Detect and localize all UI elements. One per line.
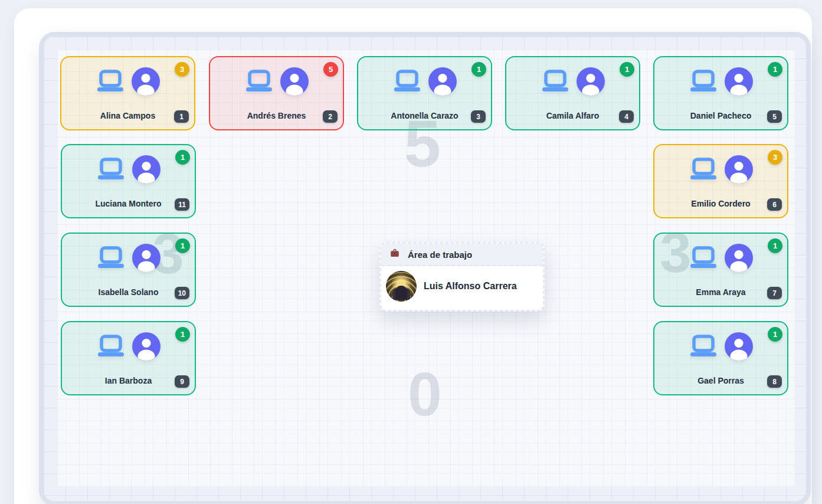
laptop-icon bbox=[392, 69, 422, 94]
floor-canvas[interactable]: 5330 Alina Campos 3 1 bbox=[44, 37, 806, 501]
desk-badge-count: 1 bbox=[768, 327, 782, 342]
desk-number: 5 bbox=[767, 110, 782, 123]
desk-number: 9 bbox=[175, 375, 189, 388]
workspace-occupant-row[interactable]: Luis Alfonso Carrera bbox=[381, 266, 543, 306]
desk-badge-count: 5 bbox=[323, 62, 338, 77]
person-icon bbox=[725, 67, 753, 96]
desk-badge-count: 3 bbox=[175, 62, 189, 77]
desk-icons bbox=[654, 155, 787, 184]
desk-card[interactable]: Isabella Solano 1 10 bbox=[61, 233, 196, 307]
briefcase-icon bbox=[389, 248, 400, 261]
person-icon bbox=[132, 332, 161, 361]
desk-badge-count: 1 bbox=[175, 327, 190, 342]
laptop-icon bbox=[96, 157, 126, 182]
desk-number: 3 bbox=[471, 110, 486, 123]
laptop-icon bbox=[96, 246, 126, 270]
workspace-panel-header: Área de trabajo bbox=[381, 244, 543, 266]
person-icon bbox=[132, 244, 161, 272]
person-icon bbox=[280, 67, 309, 96]
desk-badge-count: 1 bbox=[768, 238, 782, 253]
desk-icons bbox=[506, 67, 639, 96]
laptop-icon bbox=[689, 334, 718, 359]
desk-icons bbox=[358, 67, 491, 96]
desk-number: 8 bbox=[767, 375, 782, 388]
desk-card[interactable]: Ian Barboza 1 9 bbox=[61, 321, 196, 395]
desk-card[interactable]: Emilio Cordero 3 6 bbox=[653, 144, 788, 218]
desk-number: 10 bbox=[175, 287, 189, 299]
desk-number: 4 bbox=[619, 110, 634, 123]
desk-badge-count: 1 bbox=[471, 62, 486, 77]
person-icon bbox=[725, 332, 753, 361]
desk-icons bbox=[62, 332, 195, 361]
app-window: 5330 Alina Campos 3 1 bbox=[14, 8, 812, 504]
desk-number: 7 bbox=[767, 287, 782, 299]
desk-icons bbox=[62, 244, 195, 272]
desk-card[interactable]: Camila Alfaro 1 4 bbox=[505, 56, 640, 130]
desk-badge-count: 1 bbox=[768, 62, 782, 77]
desk-icons bbox=[654, 244, 787, 272]
person-icon bbox=[428, 67, 457, 96]
desk-number: 1 bbox=[174, 110, 189, 123]
desk-card[interactable]: Emma Araya 1 7 bbox=[653, 233, 788, 307]
workspace-panel[interactable]: Área de trabajo Luis Alfonso Carrera bbox=[379, 242, 545, 312]
laptop-icon bbox=[96, 69, 125, 94]
workspace-title: Área de trabajo bbox=[408, 250, 472, 260]
desk-badge-count: 3 bbox=[768, 150, 782, 165]
desk-card[interactable]: Andrés Brenes 5 2 bbox=[209, 56, 344, 130]
desk-card[interactable]: Antonella Carazo 1 3 bbox=[357, 56, 492, 130]
desk-badge-count: 1 bbox=[175, 150, 190, 165]
laptop-icon bbox=[689, 69, 718, 94]
desk-icons bbox=[210, 67, 343, 96]
desk-card[interactable]: Luciana Montero 1 11 bbox=[61, 144, 196, 218]
desk-number: 6 bbox=[767, 198, 782, 211]
person-icon bbox=[132, 155, 161, 184]
laptop-icon bbox=[96, 334, 126, 359]
person-icon bbox=[725, 244, 753, 272]
laptop-icon bbox=[244, 69, 274, 94]
laptop-icon bbox=[689, 157, 718, 182]
zone-occupancy-count: 0 bbox=[408, 364, 441, 425]
person-icon bbox=[577, 67, 605, 96]
desk-icons bbox=[654, 67, 787, 96]
desk-number: 11 bbox=[175, 198, 189, 211]
desk-card[interactable]: Daniel Pacheco 1 5 bbox=[653, 56, 788, 130]
laptop-icon bbox=[541, 69, 570, 94]
desk-card[interactable]: Gael Porras 1 8 bbox=[653, 321, 788, 395]
occupant-name: Luis Alfonso Carrera bbox=[424, 281, 517, 292]
desk-icons bbox=[62, 155, 195, 184]
occupant-avatar bbox=[386, 271, 417, 302]
person-icon bbox=[132, 67, 160, 96]
desk-card[interactable]: Alina Campos 3 1 bbox=[60, 56, 195, 130]
desk-icons bbox=[61, 67, 194, 96]
desk-badge-count: 1 bbox=[620, 62, 634, 77]
desk-number: 2 bbox=[323, 110, 338, 123]
person-icon bbox=[725, 155, 753, 184]
desk-icons bbox=[654, 332, 787, 361]
desk-badge-count: 1 bbox=[175, 238, 190, 253]
laptop-icon bbox=[689, 246, 718, 270]
